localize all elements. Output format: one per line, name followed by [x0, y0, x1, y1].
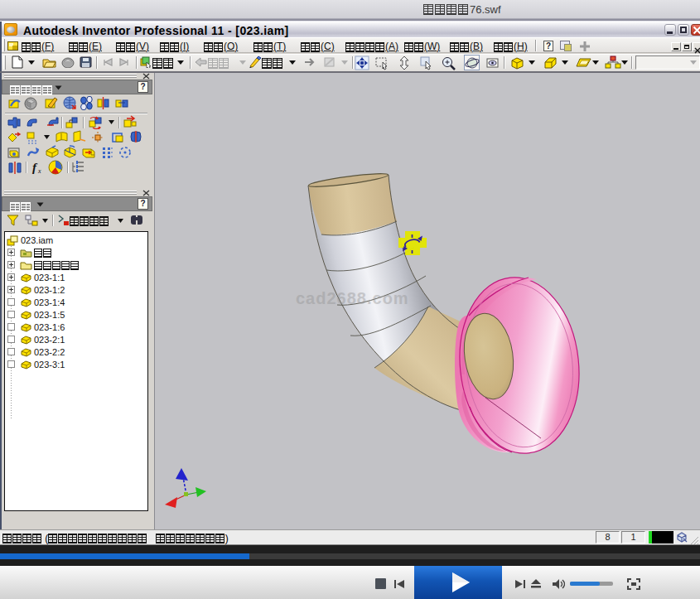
svg-text:cad2688.com: cad2688.com [296, 289, 409, 307]
svg-text:x: x [37, 167, 41, 175]
svg-text:f: f [32, 161, 38, 174]
